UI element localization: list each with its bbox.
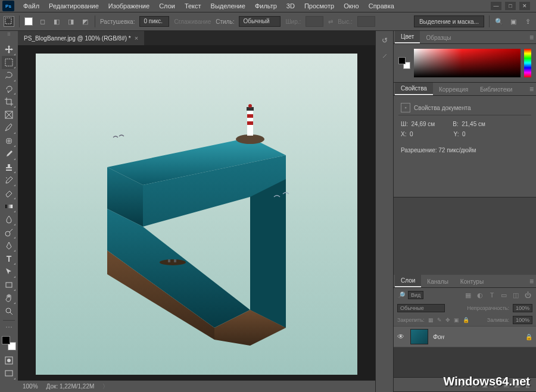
- filter-toggle-icon[interactable]: ⏻: [523, 290, 532, 300]
- maximize-button[interactable]: □: [505, 2, 516, 10]
- panel-grip-icon[interactable]: ⠿: [0, 32, 18, 38]
- quick-select-tool[interactable]: [2, 82, 16, 95]
- opacity-input[interactable]: 100%: [513, 304, 532, 312]
- history-panel-icon[interactable]: ↺: [378, 33, 392, 48]
- menu-3d[interactable]: 3D: [282, 1, 299, 11]
- search-icon[interactable]: 🔍: [494, 17, 504, 26]
- tab-color[interactable]: Цвет: [395, 31, 420, 43]
- zoom-tool[interactable]: [2, 305, 16, 318]
- lock-artboard-icon[interactable]: ▣: [454, 317, 459, 323]
- marquee-tool[interactable]: [2, 56, 16, 69]
- menu-filter[interactable]: Фильтр: [251, 1, 281, 11]
- prop-height-value[interactable]: 21,45 см: [462, 121, 485, 127]
- blur-tool[interactable]: [2, 213, 16, 226]
- panel-menu-icon[interactable]: ≡: [529, 33, 534, 42]
- filter-shape-icon[interactable]: ▭: [499, 290, 509, 300]
- layer-thumbnail[interactable]: [410, 329, 428, 344]
- filter-smart-icon[interactable]: ◫: [511, 290, 521, 300]
- foreground-color[interactable]: [2, 336, 10, 344]
- menu-select[interactable]: Выделение: [207, 1, 250, 11]
- lock-pixels-icon[interactable]: ▦: [428, 317, 434, 323]
- share-icon[interactable]: ⇪: [523, 17, 532, 26]
- panel-color-swatches[interactable]: [398, 57, 410, 69]
- menu-window[interactable]: Окно: [339, 1, 363, 11]
- stamp-tool[interactable]: [2, 161, 16, 174]
- filter-kind-select[interactable]: Вид: [408, 291, 423, 299]
- canvas[interactable]: [36, 54, 357, 375]
- feather-input[interactable]: 0 пикс.: [139, 16, 169, 27]
- status-menu-icon[interactable]: 〉: [102, 382, 108, 391]
- history-brush-tool[interactable]: [2, 174, 16, 187]
- add-selection-icon[interactable]: ◧: [52, 17, 61, 26]
- menu-image[interactable]: Изображение: [104, 1, 154, 11]
- marquee-fill-icon[interactable]: [24, 17, 33, 26]
- tab-layers[interactable]: Слои: [395, 275, 421, 287]
- lock-brush-icon[interactable]: ✎: [437, 317, 442, 323]
- tab-libraries[interactable]: Библиотеки: [474, 84, 518, 95]
- lock-all-icon[interactable]: 🔒: [463, 317, 469, 323]
- close-button[interactable]: ✕: [519, 2, 530, 10]
- tab-paths[interactable]: Контуры: [454, 276, 490, 287]
- layer-row[interactable]: 👁 Фон 🔒: [394, 326, 536, 347]
- prop-res-value[interactable]: 72 пикс/дюйм: [438, 147, 476, 153]
- filter-kind-icon[interactable]: 🔎: [397, 291, 406, 299]
- move-tool[interactable]: [2, 43, 16, 56]
- panel-menu-icon[interactable]: ≡: [529, 85, 534, 93]
- minimize-button[interactable]: —: [491, 2, 501, 10]
- tab-properties[interactable]: Свойства: [395, 83, 433, 95]
- layer-name[interactable]: Фон: [433, 334, 521, 340]
- tab-channels[interactable]: Каналы: [421, 276, 454, 287]
- tab-swatches[interactable]: Образцы: [420, 32, 457, 43]
- rectangle-tool[interactable]: [2, 278, 16, 291]
- menu-layers[interactable]: Слои: [155, 1, 179, 11]
- prop-width-value[interactable]: 24,69 см: [412, 121, 435, 127]
- prop-x-value[interactable]: 0: [410, 131, 413, 137]
- menu-help[interactable]: Справка: [364, 1, 398, 11]
- path-select-tool[interactable]: [2, 265, 16, 278]
- document-tab[interactable]: PS_BlogBanner.jpg @ 100% (RGB/8#) * ×: [18, 31, 144, 45]
- visibility-icon[interactable]: 👁: [397, 333, 406, 341]
- new-selection-icon[interactable]: ◻: [38, 17, 47, 26]
- blend-mode-select[interactable]: Обычные: [397, 304, 445, 312]
- brush-tool[interactable]: [2, 148, 16, 161]
- color-swatches[interactable]: [2, 336, 16, 350]
- menu-text[interactable]: Текст: [180, 1, 205, 11]
- healing-tool[interactable]: [2, 134, 16, 148]
- screen-mode-icon[interactable]: [2, 367, 16, 380]
- tab-adjustments[interactable]: Коррекция: [433, 84, 474, 95]
- menu-edit[interactable]: Редактирование: [45, 1, 103, 11]
- text-tool[interactable]: T: [2, 252, 16, 265]
- menu-file[interactable]: Файл: [19, 1, 43, 11]
- canvas-viewport[interactable]: [18, 45, 375, 380]
- filter-adjust-icon[interactable]: ◐: [475, 290, 485, 300]
- brush-presets-icon[interactable]: ⟋: [378, 49, 392, 63]
- color-field[interactable]: [414, 49, 521, 77]
- eraser-tool[interactable]: [2, 187, 16, 200]
- eyedropper-tool[interactable]: [2, 121, 16, 134]
- select-and-mask-button[interactable]: Выделение и маска...: [414, 15, 484, 27]
- intersect-selection-icon[interactable]: ◩: [80, 17, 90, 26]
- fill-input[interactable]: 100%: [513, 316, 532, 324]
- panel-menu-icon[interactable]: ≡: [529, 277, 534, 286]
- filter-text-icon[interactable]: T: [487, 290, 497, 300]
- close-tab-icon[interactable]: ×: [135, 35, 138, 42]
- hue-slider[interactable]: [524, 49, 531, 77]
- zoom-value[interactable]: 100%: [23, 383, 38, 390]
- crop-tool[interactable]: [2, 95, 16, 108]
- dodge-tool[interactable]: [2, 226, 16, 239]
- tool-preset-icon[interactable]: [4, 16, 14, 27]
- style-select[interactable]: Обычный: [239, 16, 281, 27]
- subtract-selection-icon[interactable]: ◨: [66, 17, 76, 26]
- edit-toolbar-icon[interactable]: ⋯: [2, 323, 16, 331]
- frame-tool[interactable]: [2, 108, 16, 121]
- gradient-tool[interactable]: [2, 200, 16, 213]
- filter-pixel-icon[interactable]: ▦: [463, 290, 473, 300]
- prop-y-value[interactable]: 0: [462, 131, 466, 137]
- layers-empty-area[interactable]: [394, 347, 536, 377]
- quick-mask-icon[interactable]: [2, 354, 16, 367]
- pen-tool[interactable]: [2, 239, 16, 252]
- lasso-tool[interactable]: [2, 69, 16, 82]
- hand-tool[interactable]: [2, 291, 16, 305]
- lock-position-icon[interactable]: ✥: [445, 317, 450, 323]
- panel-layout-icon[interactable]: ▣: [509, 17, 518, 26]
